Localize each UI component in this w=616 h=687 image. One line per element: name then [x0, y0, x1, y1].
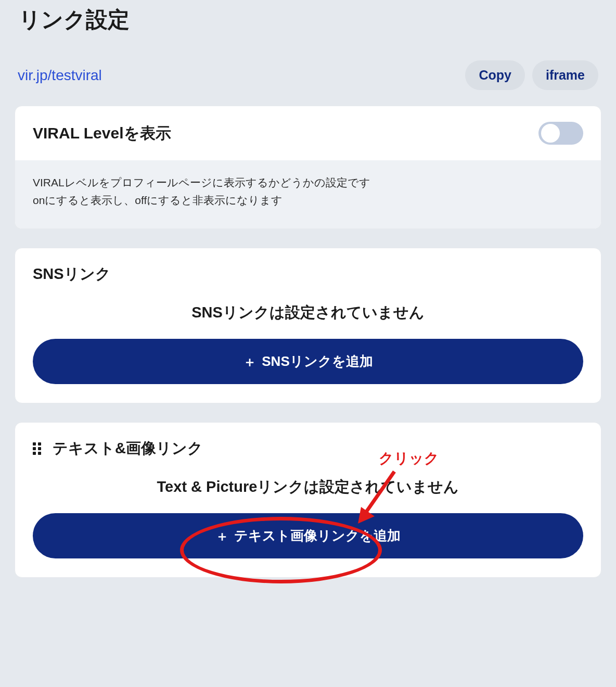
sns-card: SNSリンク SNSリンクは設定されていません ＋ SNSリンクを追加: [15, 248, 601, 403]
url-row: vir.jp/testviral Copy iframe: [15, 60, 601, 90]
viral-level-title: VIRAL Levelを表示: [33, 123, 171, 144]
annotation-click-label: クリック: [379, 449, 439, 468]
iframe-button[interactable]: iframe: [532, 60, 598, 90]
text-image-section-title: テキスト&画像リンク: [53, 438, 203, 459]
viral-level-desc-line1: VIRALレベルをプロフィールページに表示するかどうかの設定です: [33, 174, 583, 192]
viral-level-description: VIRALレベルをプロフィールページに表示するかどうかの設定です onにすると表…: [15, 160, 601, 228]
svg-line-0: [363, 472, 394, 516]
text-image-card: テキスト&画像リンク Text & Pictureリンクは設定されていません ＋…: [15, 422, 601, 578]
viral-level-header: VIRAL Levelを表示: [15, 106, 601, 160]
text-image-empty-text: Text & Pictureリンクは設定されていません: [33, 477, 583, 498]
page-title: リンク設定: [19, 5, 601, 34]
add-sns-link-button[interactable]: ＋ SNSリンクを追加: [33, 339, 583, 384]
drag-handle-icon[interactable]: [33, 442, 42, 455]
url-actions: Copy iframe: [465, 60, 598, 90]
plus-icon: ＋: [243, 355, 256, 368]
toggle-knob: [541, 124, 560, 143]
profile-url-link[interactable]: vir.jp/testviral: [18, 67, 102, 84]
viral-level-toggle[interactable]: [538, 122, 583, 145]
viral-level-card: VIRAL Levelを表示 VIRALレベルをプロフィールページに表示するかど…: [15, 106, 601, 229]
plus-icon: ＋: [215, 529, 229, 543]
sns-empty-text: SNSリンクは設定されていません: [33, 302, 583, 323]
sns-section-title: SNSリンク: [33, 264, 583, 285]
add-text-image-link-button[interactable]: ＋ テキスト画像リンクを追加: [33, 513, 583, 558]
viral-level-desc-line2: onにすると表示し、offにすると非表示になります: [33, 192, 583, 209]
copy-button[interactable]: Copy: [465, 60, 525, 90]
annotation-arrow-icon: [354, 469, 401, 527]
add-text-image-label: テキスト画像リンクを追加: [234, 527, 401, 545]
add-sns-label: SNSリンクを追加: [262, 352, 373, 371]
